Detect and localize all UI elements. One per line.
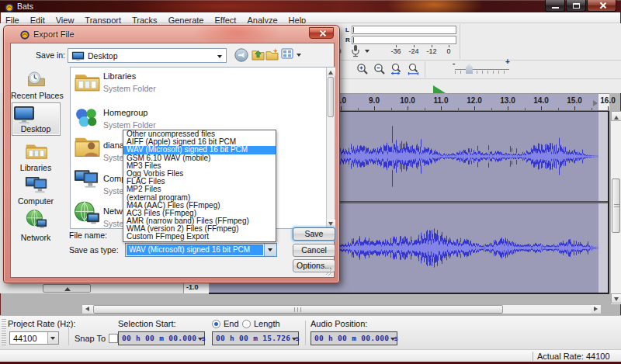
end-radio-label: End — [224, 319, 239, 328]
scroll-right-button[interactable] — [591, 305, 601, 314]
minimize-button[interactable] — [545, 0, 565, 12]
format-option[interactable]: MP2 Files — [123, 185, 276, 193]
save-in-select[interactable]: Desktop — [68, 48, 227, 63]
status-bar: Actual Rate: 44100 — [0, 349, 621, 362]
zoom-out-icon — [373, 63, 386, 75]
selection-end-field[interactable]: 00 h 00 m 15.726 s — [212, 331, 299, 345]
project-rate-label: Project Rate (Hz): — [8, 319, 75, 328]
minimize-icon — [552, 7, 559, 9]
cancel-button[interactable]: Cancel — [293, 244, 335, 257]
zoom-in-button[interactable] — [354, 61, 370, 77]
audacity-dialog-icon — [20, 29, 29, 38]
resize-grip[interactable] — [325, 269, 332, 276]
playback-meter-left — [352, 26, 456, 34]
up-one-level-button[interactable] — [252, 48, 266, 63]
toolbar-grip[interactable] — [2, 319, 6, 347]
format-option[interactable]: WMA (version 2) Files (FFmpeg) — [123, 225, 276, 233]
format-option[interactable]: (external program) — [123, 194, 276, 202]
file-list-scrollbar-thumb[interactable] — [328, 77, 334, 117]
format-option[interactable]: Other uncompressed files — [123, 130, 276, 138]
vertical-scale-label: -1.0 — [186, 283, 199, 291]
sidebar-item-recent-places[interactable] — [12, 68, 61, 92]
format-option[interactable]: WAV (Microsoft) signed 16 bit PCM — [123, 146, 276, 154]
scroll-left-button[interactable] — [82, 305, 92, 314]
chevron-down-icon — [292, 338, 297, 343]
horizontal-scrollbar-thumb[interactable] — [93, 305, 503, 314]
audio-position-label: Audio Position: — [310, 319, 367, 328]
meter-scale-0: 0 — [439, 47, 458, 55]
snap-to-checkbox[interactable] — [109, 334, 118, 343]
slider-thumb[interactable] — [466, 64, 473, 74]
zoom-fit-button[interactable] — [405, 61, 422, 77]
project-rate-select[interactable]: 44100 — [9, 331, 59, 345]
back-icon — [234, 48, 248, 62]
audacity-window: Bats FileEditViewTransportTracksGenerate… — [0, 0, 621, 364]
file-item[interactable]: Homegroup — [103, 108, 147, 117]
selection-toolbar: Project Rate (Hz): 44100 Snap To Selecti… — [0, 315, 621, 349]
zoom-fit-icon — [408, 63, 420, 75]
close-window-button[interactable] — [587, 0, 616, 12]
file-list-scrollbar[interactable] — [326, 68, 335, 228]
format-option[interactable]: GSM 6.10 WAV (mobile) — [123, 154, 276, 162]
desktop-icon — [12, 106, 36, 124]
triangle-down-icon — [614, 297, 619, 303]
libraries-icon — [25, 141, 48, 161]
track-collapse-button[interactable] — [43, 284, 91, 293]
end-radio[interactable] — [212, 320, 220, 328]
vertical-scrollbar[interactable] — [610, 111, 621, 304]
sidebar-label-desktop: Desktop — [11, 124, 61, 133]
chevron-down-icon — [198, 338, 203, 343]
sidebar-item-libraries[interactable] — [12, 141, 61, 164]
sidebar-label-libraries: Libraries — [11, 163, 61, 172]
file-item[interactable]: Libraries — [103, 71, 136, 81]
network-icon — [26, 209, 47, 230]
sidebar-item-network[interactable] — [12, 209, 61, 233]
recent-places-icon — [26, 70, 47, 88]
format-option[interactable]: Custom FFmpeg Export — [123, 233, 276, 241]
window-controls — [544, 0, 616, 12]
computer-icon — [74, 168, 99, 194]
menu-bar: FileEditViewTransportTracksGenerateEffec… — [0, 12, 621, 23]
zoom-out-button[interactable] — [371, 61, 387, 77]
input-meter-dropdown[interactable] — [365, 50, 369, 55]
user-folder-icon — [74, 134, 101, 162]
audacity-app-icon — [5, 2, 14, 11]
playback-meter-right — [352, 36, 456, 44]
horizontal-scrollbar[interactable] — [82, 304, 602, 314]
ruler-label: 14.0 — [531, 96, 551, 105]
ruler-label: 10.0 — [397, 96, 418, 105]
ruler-label: 15.0 — [564, 96, 585, 105]
scroll-up-button[interactable] — [611, 111, 621, 121]
sidebar-label-network: Network — [11, 233, 61, 242]
triangle-left-icon — [83, 307, 89, 311]
save-as-type-select[interactable]: WAV (Microsoft) signed 16 bit PCM — [125, 243, 277, 257]
format-option[interactable]: MP3 Files — [123, 162, 276, 170]
zoom-selection-button[interactable] — [388, 61, 404, 77]
format-option[interactable]: AMR (narrow band) Files (FFmpeg) — [123, 217, 276, 225]
format-option[interactable]: AC3 Files (FFmpeg) — [123, 210, 276, 217]
chevron-down-icon — [390, 338, 395, 343]
sidebar-item-computer[interactable] — [12, 175, 61, 198]
back-button[interactable] — [234, 48, 249, 63]
file-name-label: File name: — [69, 231, 107, 240]
vertical-scrollbar-thumb[interactable] — [612, 179, 620, 233]
format-option[interactable]: M4A (AAC) Files (FFmpeg) — [123, 202, 276, 210]
maximize-icon — [573, 3, 580, 9]
meter-right-label: R — [345, 36, 350, 43]
audio-position-field[interactable]: 00 h 00 m 00.000 s — [310, 331, 397, 345]
new-folder-button[interactable] — [265, 48, 280, 63]
format-option[interactable]: FLAC Files — [123, 178, 276, 185]
scroll-down-button[interactable] — [611, 293, 621, 303]
format-option[interactable]: AIFF (Apple) signed 16 bit PCM — [123, 138, 276, 146]
selection-start-field[interactable]: 00 h 00 m 00.000 s — [118, 331, 205, 345]
playback-speed-slider[interactable] — [455, 64, 509, 75]
length-radio[interactable] — [242, 320, 251, 328]
maximize-button[interactable] — [566, 0, 586, 12]
save-button[interactable]: Save — [293, 227, 335, 241]
microphone-icon — [350, 44, 361, 61]
ruler-label: 11.0 — [431, 96, 451, 105]
selection-start-label: Selection Start: — [118, 319, 176, 328]
libraries-folder-icon — [74, 69, 101, 98]
format-option[interactable]: Ogg Vorbis Files — [123, 170, 276, 178]
dialog-close-button[interactable] — [309, 27, 334, 39]
